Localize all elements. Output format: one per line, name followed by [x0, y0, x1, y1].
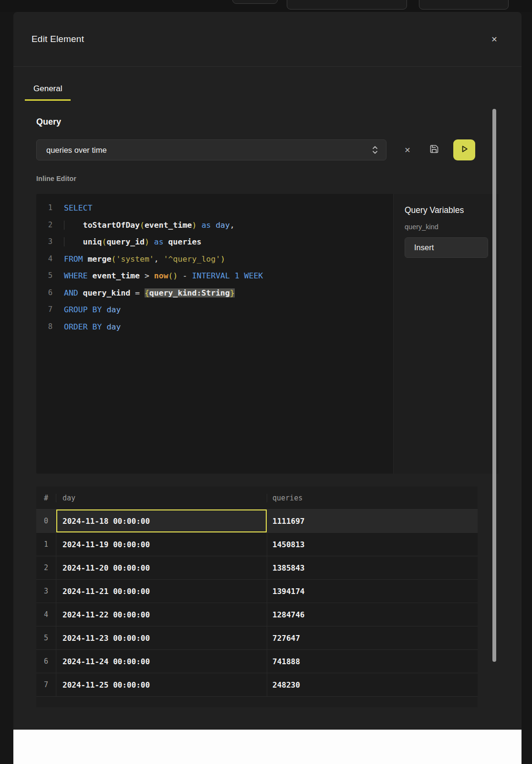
cell-row-index: 7 [36, 673, 56, 696]
query-variables-panel: Query Variables query_kind Insert [393, 194, 499, 474]
table-body: 02024-11-18 00:00:00111169712024-11-19 0… [36, 509, 478, 697]
code-text: FROM merge('system', '^query_log') [52, 251, 225, 268]
vertical-scrollbar[interactable] [492, 109, 496, 662]
table-footer [36, 697, 478, 707]
line-number: 6 [36, 285, 52, 302]
cell-row-index: 6 [36, 650, 56, 673]
table-row[interactable]: 12024-11-19 00:00:001450813 [36, 533, 478, 556]
cell-day[interactable]: 2024-11-18 00:00:00 [56, 509, 267, 532]
inline-editor-label: Inline Editor [36, 175, 522, 182]
cell-day[interactable]: 2024-11-25 00:00:00 [56, 673, 267, 696]
code-lines[interactable]: 1SELECT2 toStartOfDay(event_time) as day… [36, 194, 393, 474]
partial-control-right[interactable] [419, 0, 509, 10]
cell-queries[interactable]: 1111697 [267, 509, 478, 532]
cell-row-index: 3 [36, 580, 56, 603]
table-row[interactable]: 72024-11-25 00:00:00248230 [36, 673, 478, 697]
cell-row-index: 1 [36, 533, 56, 556]
line-number: 2 [36, 217, 52, 234]
code-text: WHERE event_time > now() - INTERVAL 1 WE… [52, 267, 263, 285]
line-number: 7 [36, 301, 52, 318]
query-select[interactable]: queries over time [36, 139, 386, 160]
close-button[interactable]: ✕ [488, 33, 501, 45]
cell-day[interactable]: 2024-11-23 00:00:00 [56, 626, 267, 649]
modal-header: Edit Element ✕ [13, 12, 522, 67]
code-line[interactable]: 4FROM merge('system', '^query_log') [36, 251, 393, 268]
tab-bar: General [13, 67, 522, 101]
query-select-value: queries over time [46, 146, 371, 155]
code-line[interactable]: 5WHERE event_time > now() - INTERVAL 1 W… [36, 267, 393, 285]
line-number: 3 [36, 233, 52, 251]
play-icon [459, 144, 469, 156]
code-line[interactable]: 8ORDER BY day [36, 318, 393, 336]
query-controls-row: queries over time ✕ [36, 139, 499, 160]
table-row[interactable]: 02024-11-18 00:00:001111697 [36, 509, 478, 533]
code-line[interactable]: 2 toStartOfDay(event_time) as day, [36, 217, 393, 234]
partial-control-left[interactable] [232, 0, 278, 4]
cell-row-index: 0 [36, 509, 56, 532]
cell-queries[interactable]: 1284746 [267, 603, 478, 626]
cell-day[interactable]: 2024-11-22 00:00:00 [56, 603, 267, 626]
query-section-heading: Query [36, 117, 522, 127]
save-icon [429, 144, 439, 156]
variable-name: query_kind [405, 223, 499, 231]
code-text: toStartOfDay(event_time) as day, [52, 217, 235, 234]
code-text: SELECT [52, 200, 93, 217]
code-line[interactable]: 6AND query_kind = {query_kind:String} [36, 285, 393, 302]
code-line[interactable]: 1SELECT [36, 200, 393, 217]
code-line[interactable]: 7GROUP BY day [36, 301, 393, 318]
column-header-day[interactable]: day [56, 494, 267, 502]
cell-day[interactable]: 2024-11-21 00:00:00 [56, 580, 267, 603]
cell-day[interactable]: 2024-11-19 00:00:00 [56, 533, 267, 556]
tab-general[interactable]: General [25, 84, 71, 101]
table-row[interactable]: 52024-11-23 00:00:00727647 [36, 626, 478, 650]
cell-row-index: 4 [36, 603, 56, 626]
insert-variable-button[interactable]: Insert [405, 237, 488, 258]
save-query-button[interactable] [425, 140, 444, 159]
cell-queries[interactable]: 727647 [267, 626, 478, 649]
partial-control-middle[interactable] [287, 0, 407, 10]
clear-icon: ✕ [404, 146, 410, 155]
code-text: GROUP BY day [52, 301, 121, 318]
sql-editor: 1SELECT2 toStartOfDay(event_time) as day… [36, 194, 499, 474]
code-text: ORDER BY day [52, 318, 121, 336]
modal-title: Edit Element [31, 34, 84, 44]
table-row[interactable]: 32024-11-21 00:00:001394174 [36, 580, 478, 603]
cell-queries[interactable]: 1394174 [267, 580, 478, 603]
close-icon: ✕ [491, 35, 497, 44]
code-line[interactable]: 3 uniq(query_id) as queries [36, 233, 393, 251]
table-header-row: # day queries [36, 487, 478, 509]
cell-queries[interactable]: 741888 [267, 650, 478, 673]
run-query-button[interactable] [453, 139, 475, 160]
edit-element-modal: Edit Element ✕ General Query queries ove… [13, 12, 522, 730]
cell-queries[interactable]: 1385843 [267, 556, 478, 579]
table-row[interactable]: 22024-11-20 00:00:001385843 [36, 556, 478, 580]
cell-queries[interactable]: 248230 [267, 673, 478, 696]
top-bar [0, 0, 532, 12]
page-bottom-sheet [13, 730, 522, 764]
code-text: uniq(query_id) as queries [52, 233, 201, 251]
line-number: 4 [36, 251, 52, 268]
table-row[interactable]: 62024-11-24 00:00:00741888 [36, 650, 478, 673]
line-number: 1 [36, 200, 52, 217]
cell-row-index: 5 [36, 626, 56, 649]
results-table: # day queries 02024-11-18 00:00:00111169… [36, 487, 478, 707]
cell-day[interactable]: 2024-11-24 00:00:00 [56, 650, 267, 673]
cell-queries[interactable]: 1450813 [267, 533, 478, 556]
query-variables-heading: Query Variables [405, 205, 499, 215]
cell-day[interactable]: 2024-11-20 00:00:00 [56, 556, 267, 579]
code-text: AND query_kind = {query_kind:String} [52, 285, 235, 302]
table-row[interactable]: 42024-11-22 00:00:001284746 [36, 603, 478, 626]
line-number: 5 [36, 267, 52, 285]
cell-row-index: 2 [36, 556, 56, 579]
select-chevron-icon [371, 145, 379, 155]
column-header-index: # [36, 494, 56, 502]
line-number: 8 [36, 318, 52, 336]
column-header-queries[interactable]: queries [267, 494, 478, 502]
clear-query-button[interactable]: ✕ [398, 140, 417, 159]
